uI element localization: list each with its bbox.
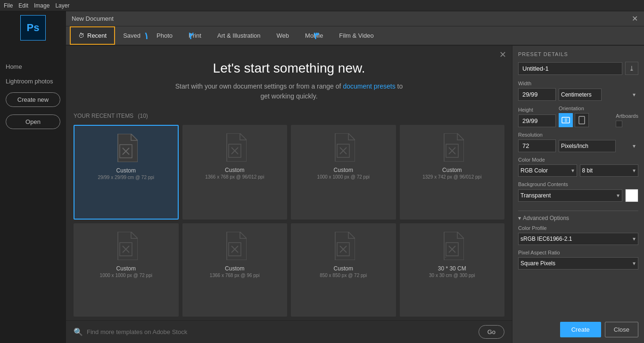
preset-name-input[interactable] <box>518 62 622 75</box>
recent-item-3[interactable]: Custom 1329 x 742 px @ 96/012 ppi <box>400 125 505 220</box>
background-row: Transparent White Black Background Color <box>518 189 638 202</box>
search-input[interactable] <box>87 328 475 335</box>
color-profile-label: Color Profile <box>518 225 638 231</box>
recent-item-name-3: Custom <box>442 167 462 173</box>
pixel-ratio-select[interactable]: Square Pixels D1/DV NTSC (0.91) D1/DV PA… <box>518 257 638 270</box>
width-field-group: Width Centimeters Pixels Inches Millimet… <box>518 81 638 101</box>
sidebar-item-lightroom[interactable]: Lightroom photos <box>0 74 66 89</box>
preset-name-row: ⤓ <box>518 62 638 75</box>
left-panel-close-button[interactable]: ✕ <box>499 49 506 60</box>
search-go-button[interactable]: Go <box>479 325 504 339</box>
menu-edit[interactable]: Edit <box>18 2 28 9</box>
tab-recent[interactable]: ⏱ Recent <box>70 26 115 45</box>
dialog-titlebar-close-button[interactable]: ✕ <box>631 15 638 23</box>
recent-item-desc-2: 1000 x 1000 px @ 72 ppi <box>317 174 370 180</box>
tab-print-label: Print <box>189 32 201 39</box>
recent-item-name-4: Custom <box>116 265 136 272</box>
color-profile-wrapper: sRGB IEC61966-2.1 Adobe RGB (1998) ProPh… <box>518 233 638 245</box>
width-unit-wrapper: Centimeters Pixels Inches Millimeters <box>559 89 638 101</box>
dialog-body: ✕ Let's start something new. Start with … <box>66 46 644 343</box>
recent-item-5[interactable]: Custom 1366 x 768 px @ 96 ppi <box>182 223 288 317</box>
orientation-label: Orientation <box>559 106 613 111</box>
color-mode-wrapper: RGB Color CMYK Color Grayscale Lab Color <box>518 164 577 177</box>
close-dialog-button[interactable]: Close <box>605 322 638 337</box>
recent-item-6[interactable]: Custom 850 x 850 px @ 72 ppi <box>291 223 396 317</box>
document-presets-link[interactable]: document presets <box>343 82 395 90</box>
recent-item-0[interactable]: Custom 29/99 x 29/99 cm @ 72 ppi <box>74 125 179 220</box>
tab-saved[interactable]: Saved <box>115 27 149 44</box>
advanced-options-chevron-icon: ▾ <box>518 215 521 221</box>
tab-saved-label: Saved <box>123 32 140 39</box>
tab-print[interactable]: Print <box>181 27 209 44</box>
tab-photo-label: Photo <box>157 32 173 39</box>
background-select-wrapper: Transparent White Black Background Color <box>518 189 622 202</box>
width-input[interactable] <box>518 88 556 101</box>
color-mode-field-group: Color Mode RGB Color CMYK Color Grayscal… <box>518 157 638 177</box>
open-button[interactable]: Open <box>6 114 60 129</box>
recent-item-desc-1: 1366 x 768 px @ 96/012 ppi <box>205 174 264 180</box>
background-label: Background Contents <box>518 181 638 187</box>
background-color-swatch[interactable] <box>625 189 638 202</box>
recent-item-desc-3: 1329 x 742 px @ 96/012 ppi <box>422 174 481 180</box>
bottom-buttons: Create Close <box>518 314 638 337</box>
menu-file[interactable]: File <box>4 2 13 9</box>
background-field-group: Background Contents Transparent White Bl… <box>518 181 638 202</box>
recent-item-7[interactable]: ▪ 30 * 30 CM 30 x 30 cm @ 300 ppi <box>400 223 505 317</box>
tab-art-label: Art & Illustration <box>217 32 261 39</box>
new-document-dialog: New Document ✕ ⏱ Recent Saved Photo Prin… <box>66 11 644 343</box>
color-mode-row: RGB Color CMYK Color Grayscale Lab Color… <box>518 164 638 177</box>
save-preset-button[interactable]: ⤓ <box>625 62 638 75</box>
divider-1 <box>518 211 638 211</box>
create-new-button[interactable]: Create new <box>6 92 60 107</box>
color-depth-select[interactable]: 8 bit 16 bit 32 bit <box>580 164 639 177</box>
tab-web[interactable]: Web <box>269 27 297 44</box>
recent-item-icon-0 <box>112 131 140 164</box>
recent-items-grid: Custom 29/99 x 29/99 cm @ 72 ppi <box>66 121 512 320</box>
recent-item-desc-0: 29/99 x 29/99 cm @ 72 ppi <box>98 175 154 180</box>
background-select[interactable]: Transparent White Black Background Color <box>518 189 622 202</box>
recent-item-desc-4: 1000 x 1000 px @ 72 ppi <box>100 273 152 278</box>
recent-item-icon-5 <box>221 229 249 262</box>
menu-image[interactable]: Image <box>34 2 50 9</box>
recent-item-icon-4 <box>112 229 140 262</box>
pixel-ratio-field-group: Pixel Aspect Ratio Square Pixels D1/DV N… <box>518 250 638 270</box>
height-input[interactable] <box>518 114 556 127</box>
search-icon: 🔍 <box>74 327 83 336</box>
recent-item-1[interactable]: Custom 1366 x 768 px @ 96/012 ppi <box>182 125 288 220</box>
tab-photo[interactable]: Photo <box>149 27 181 44</box>
portrait-orientation-button[interactable] <box>575 113 589 127</box>
ps-application: File Edit Image Layer Ps Home Lightroom … <box>0 0 644 343</box>
advanced-options-toggle[interactable]: ▾ Advanced Options <box>518 215 638 221</box>
height-orientation-row: Height Orientation <box>518 106 638 127</box>
pixel-ratio-label: Pixel Aspect Ratio <box>518 250 638 255</box>
sidebar-links: Home Lightroom photos Create new Open <box>0 59 66 133</box>
landscape-orientation-button[interactable] <box>559 113 573 127</box>
recent-item-icon-2 <box>329 131 357 164</box>
color-profile-select[interactable]: sRGB IEC61966-2.1 Adobe RGB (1998) ProPh… <box>518 233 638 245</box>
create-button[interactable]: Create <box>560 322 601 337</box>
recent-item-desc-5: 1366 x 768 px @ 96 ppi <box>210 273 260 278</box>
color-mode-select[interactable]: RGB Color CMYK Color Grayscale Lab Color <box>518 164 577 177</box>
resolution-field-group: Resolution Pixels/Inch Pixels/Centimeter <box>518 132 638 152</box>
recent-item-4[interactable]: Custom 1000 x 1000 px @ 72 ppi <box>74 223 179 317</box>
recent-item-icon-3 <box>438 131 466 164</box>
artboards-checkbox[interactable] <box>616 121 622 127</box>
width-row: Centimeters Pixels Inches Millimeters <box>518 88 638 101</box>
resolution-input[interactable] <box>518 139 556 152</box>
tab-mobile[interactable]: Mobile <box>297 27 331 44</box>
tab-film-video[interactable]: Film & Video <box>331 27 381 44</box>
hero-subtitle: Start with your own document settings or… <box>85 82 493 101</box>
resolution-unit-wrapper: Pixels/Inch Pixels/Centimeter <box>559 140 638 152</box>
hero-subtitle-start: Start with your own document settings or… <box>175 82 343 90</box>
left-sidebar: Ps Home Lightroom photos Create new Open <box>0 11 66 343</box>
resolution-unit-select[interactable]: Pixels/Inch Pixels/Centimeter <box>559 140 616 152</box>
search-bar: 🔍 Go <box>66 320 512 343</box>
width-unit-select[interactable]: Centimeters Pixels Inches Millimeters <box>559 89 602 101</box>
hero-section: Let's start something new. Start with yo… <box>66 46 512 109</box>
menu-layer[interactable]: Layer <box>55 2 69 9</box>
recent-item-2[interactable]: Custom 1000 x 1000 px @ 72 ppi <box>291 125 396 220</box>
tab-art-illustration[interactable]: Art & Illustration <box>209 27 269 44</box>
sidebar-item-home[interactable]: Home <box>0 59 66 74</box>
dialog-overlay: New Document ✕ ⏱ Recent Saved Photo Prin… <box>66 11 644 343</box>
svg-rect-26 <box>565 118 567 122</box>
